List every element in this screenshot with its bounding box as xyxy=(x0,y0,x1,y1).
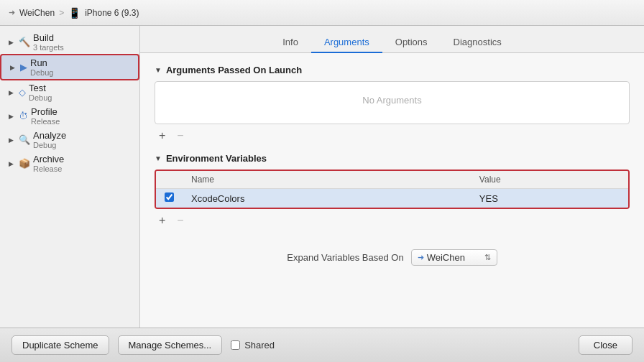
env-controls: + − xyxy=(155,215,630,226)
tab-info[interactable]: Info xyxy=(270,32,311,53)
env-row-checkbox[interactable] xyxy=(165,192,174,202)
sidebar-item-test[interactable]: ▶ ◇ Test Debug xyxy=(0,80,139,104)
env-table-wrapper: Name Value XcodeColors YES xyxy=(155,170,630,209)
col-name-header: Name xyxy=(183,171,471,189)
triangle-icon: ▶ xyxy=(10,64,17,71)
expand-select-project-icon: ➜ xyxy=(418,253,424,262)
shared-checkbox[interactable] xyxy=(231,340,240,350)
triangle-icon: ▶ xyxy=(9,39,16,46)
close-button[interactable]: Close xyxy=(579,335,632,355)
tab-arguments[interactable]: Arguments xyxy=(311,32,382,53)
project-name: WeiChen xyxy=(19,8,55,18)
shared-label: Shared xyxy=(244,340,275,351)
analyze-label: Analyze xyxy=(33,130,66,141)
expand-variables-row: Expand Variables Based On ➜ WeiChen ⇅ xyxy=(155,238,630,272)
duplicate-scheme-button[interactable]: Duplicate Scheme xyxy=(12,335,109,355)
test-label: Test xyxy=(29,83,52,93)
col-value-header: Value xyxy=(471,171,628,189)
table-row: XcodeColors YES xyxy=(156,189,628,208)
profile-label: Profile xyxy=(31,106,60,117)
env-name-cell: XcodeColors xyxy=(183,189,471,208)
args-empty-text: No Arguments xyxy=(155,82,629,118)
archive-label: Archive xyxy=(33,154,64,164)
triangle-icon: ▶ xyxy=(9,89,16,96)
sidebar-item-build[interactable]: ▶ 🔨 Build 3 targets xyxy=(0,30,139,54)
triangle-icon: ▶ xyxy=(9,136,16,144)
test-sub: Debug xyxy=(29,93,52,102)
env-section-title: Environment Variables xyxy=(166,153,267,164)
args-section-title: Arguments Passed On Launch xyxy=(166,65,302,75)
tab-bar: Info Arguments Options Diagnostics xyxy=(140,26,644,53)
tab-diagnostics[interactable]: Diagnostics xyxy=(441,32,515,53)
sidebar: ▶ 🔨 Build 3 targets ▶ ▶ Run Debug ▶ ◇ Te… xyxy=(0,26,140,328)
expand-select-value: WeiChen xyxy=(427,252,482,263)
args-box: No Arguments xyxy=(155,81,630,124)
archive-sub: Release xyxy=(33,164,64,173)
run-icon: ▶ xyxy=(20,62,27,73)
args-remove-button[interactable]: − xyxy=(174,130,186,141)
sidebar-item-profile[interactable]: ▶ ⏱ Profile Release xyxy=(0,104,139,128)
triangle-icon: ▶ xyxy=(9,160,16,167)
device-name: iPhone 6 (9.3) xyxy=(85,8,139,18)
tab-options[interactable]: Options xyxy=(382,32,441,53)
shared-row: Shared xyxy=(231,340,275,351)
breadcrumb-separator: > xyxy=(59,8,64,18)
build-label: Build xyxy=(33,32,64,43)
profile-icon: ⏱ xyxy=(19,111,28,121)
device-icon: 📱 xyxy=(68,7,80,19)
expand-label: Expand Variables Based On xyxy=(287,252,403,263)
sidebar-item-analyze[interactable]: ▶ 🔍 Analyze Debug xyxy=(0,128,139,152)
main-content: ▶ 🔨 Build 3 targets ▶ ▶ Run Debug ▶ ◇ Te… xyxy=(0,26,644,328)
analyze-icon: 🔍 xyxy=(19,134,30,145)
env-value-cell: YES xyxy=(471,189,628,208)
profile-sub: Release xyxy=(31,117,60,126)
env-add-button[interactable]: + xyxy=(156,215,168,226)
args-triangle-icon: ▼ xyxy=(155,66,162,74)
build-icon: 🔨 xyxy=(19,37,30,47)
triangle-icon: ▶ xyxy=(9,113,16,120)
project-arrow-icon: ➜ xyxy=(9,8,15,17)
env-checkbox-cell[interactable] xyxy=(156,189,183,208)
test-icon: ◇ xyxy=(19,87,26,98)
sidebar-item-run[interactable]: ▶ ▶ Run Debug xyxy=(0,54,139,80)
expand-select[interactable]: ➜ WeiChen ⇅ xyxy=(411,249,497,266)
manage-schemes-button[interactable]: Manage Schemes... xyxy=(118,335,223,355)
args-section-header: ▼ Arguments Passed On Launch xyxy=(155,65,630,75)
sidebar-item-archive[interactable]: ▶ 📦 Archive Release xyxy=(0,152,139,175)
archive-icon: 📦 xyxy=(19,158,30,169)
env-table: Name Value XcodeColors YES xyxy=(156,171,628,208)
bottom-bar: Duplicate Scheme Manage Schemes... Share… xyxy=(0,328,644,362)
analyze-sub: Debug xyxy=(33,141,66,149)
env-section-header: ▼ Environment Variables xyxy=(155,153,630,164)
top-bar: ➜ WeiChen > 📱 iPhone 6 (9.3) xyxy=(0,0,644,26)
env-triangle-icon: ▼ xyxy=(155,154,162,162)
run-label: Run xyxy=(30,57,53,68)
col-check xyxy=(156,171,183,189)
args-controls: + − xyxy=(155,130,630,141)
run-sub: Debug xyxy=(30,68,53,77)
content-area: ▼ Arguments Passed On Launch No Argument… xyxy=(140,53,644,328)
args-add-button[interactable]: + xyxy=(156,130,168,141)
build-sub: 3 targets xyxy=(33,43,64,52)
env-section: ▼ Environment Variables Name Value xyxy=(155,153,630,226)
chevron-updown-icon: ⇅ xyxy=(484,253,491,262)
env-remove-button[interactable]: − xyxy=(174,215,186,226)
right-panel: Info Arguments Options Diagnostics ▼ Arg… xyxy=(140,26,644,328)
